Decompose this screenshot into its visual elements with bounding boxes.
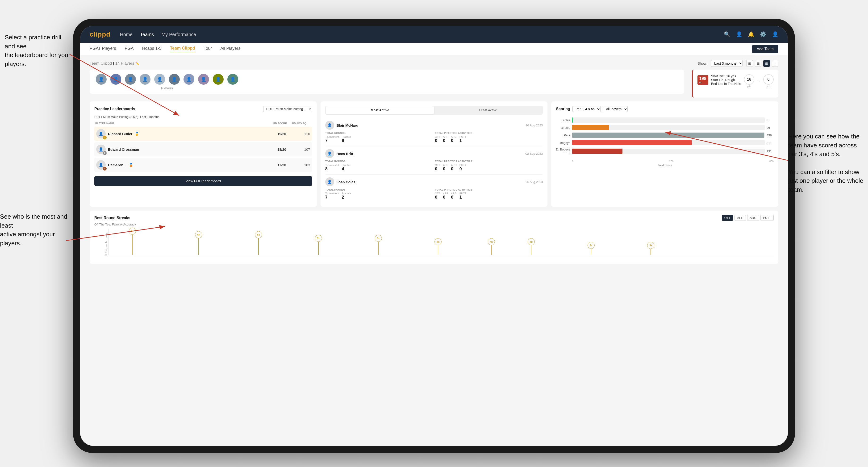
show-select[interactable]: Last 3 months Last 6 months Last year [711,60,743,67]
table-view-icon[interactable]: ↕ [772,60,778,67]
settings-icon[interactable]: ⚙️ [760,31,766,37]
card-view-icon[interactable]: ⊟ [763,60,770,67]
nav-teams[interactable]: Teams [140,32,154,37]
rank-badge-2: 2 [103,151,106,155]
ap-practice-2: Practice 4 [342,164,351,172]
streak-btn-putt[interactable]: PUTT [761,215,774,221]
bar-track-bogeys [572,140,765,145]
shot-card: 198 sc Shot Dist: 16 yds Start Lie: Roug… [692,69,778,98]
player-avatar-1[interactable]: 👤 [95,73,107,85]
tablet-frame: clippd Home Teams My Performance 🔍 👤 🔔 ⚙… [73,19,795,453]
view-full-leaderboard-button[interactable]: View Full Leaderboard [94,176,312,186]
player-avatar-6[interactable]: 👤 [168,73,180,85]
ap-app-1: APP 0 [443,135,448,143]
bar-track-eagles [572,118,765,123]
list-item: 👤 Josh Coles 26 Aug 2023 Total Rounds To… [325,175,543,203]
subnav-pga[interactable]: PGA [125,46,133,52]
player-avatar-7[interactable]: 👤 [183,73,195,85]
streak-y-axis-label: % Fairway Accuracy [105,232,107,256]
team-header: Team Clippd | 14 Players ✏️ Show: Last 3… [90,60,778,67]
ap-putt-1: PUTT 1 [460,135,466,143]
search-icon[interactable]: 🔍 [724,31,730,37]
ap-avatar-2: 👤 [325,149,334,158]
bell-icon[interactable]: 🔔 [748,31,754,37]
subnav-team-clippd[interactable]: Team Clippd [170,46,195,52]
three-col-grid: Practice Leaderboards PUTT Must Make Put… [90,101,778,207]
nav-performance[interactable]: My Performance [161,32,196,37]
nav-links: Home Teams My Performance [120,32,714,37]
player-avatar-2[interactable]: 👤 [110,73,122,85]
lb-column-headers: PLAYER NAME PB SCORE PB AVG SQ [94,122,312,125]
scoring-header: Scoring Par 3, 4 & 5s All Players [556,106,774,112]
avatar-icon[interactable]: 👤 [772,31,778,37]
scoring-player-filter[interactable]: All Players [603,106,628,112]
players-avatars: 👤 👤 👤 👤 👤 👤 👤 👤 👤 👤 [95,73,239,85]
lb-score-2: 18/20 [272,148,291,151]
lb-avatar-1: 👤 1 [96,129,106,138]
grid-view-icon[interactable]: ⊞ [746,60,753,67]
player-avatar-3[interactable]: 👤 [125,73,136,85]
lb-name-3: Cameron... [108,163,126,167]
lb-score-3: 17/20 [272,163,291,167]
subnav-tour[interactable]: Tour [204,46,212,52]
ap-stats-3: Total Rounds Tournament 7 Practice 2 [325,188,543,200]
table-row: 👤 2 Edward Crossman 18/20 107 [94,142,312,156]
ap-app-2: APP 0 [443,164,448,172]
brand-logo: clippd [90,31,111,38]
ap-stat-rounds-3: Total Rounds Tournament 7 Practice 2 [325,188,433,200]
ap-practice-values-2: OTT 0 APP 0 ARG 0 [435,164,543,172]
ap-stats-2: Total Rounds Tournament 8 Practice 4 [325,160,543,172]
lb-avatar-3: 👤 3 [96,160,106,169]
subnav-pgat[interactable]: PGAT Players [90,46,116,52]
streak-btn-ott[interactable]: OTT [722,215,733,221]
players-card: 👤 👤 👤 👤 👤 👤 👤 👤 👤 👤 Players [90,69,684,94]
ap-arg-2: ARG 0 [451,164,457,172]
person-icon[interactable]: 👤 [736,31,742,37]
ap-rounds-values-3: Tournament 7 Practice 2 [325,192,433,200]
edit-team-icon[interactable]: ✏️ [135,62,140,65]
bar-row-eagles: Eagles 3 [556,118,774,123]
bar-track-birdies [572,125,765,130]
least-active-toggle[interactable]: Least Active [434,106,542,114]
team-controls: Show: Last 3 months Last 6 months Last y… [698,60,778,67]
most-active-card: Most Active Least Active 👤 Blair McHarg … [320,101,548,207]
streak-btn-arg[interactable]: ARG [747,215,759,221]
ap-practice-values-1: OTT 0 APP 0 ARG 0 [435,135,543,143]
add-team-button[interactable]: Add Team [752,45,778,53]
player-avatar-4[interactable]: 👤 [139,73,151,85]
lb-player-1: 👤 1 Richard Butler 🥇 [96,129,272,138]
ap-avatar-3: 👤 [325,177,334,186]
streak-header: Best Round Streaks OTT APP ARG PUTT [94,215,774,221]
list-view-icon[interactable]: ☰ [755,60,762,67]
shot-num-1: 16 [744,74,754,85]
most-active-toggle[interactable]: Most Active [326,106,434,114]
subnav-all-players[interactable]: All Players [220,46,240,52]
subnav-hcaps[interactable]: Hcaps 1-5 [142,46,161,52]
ap-name-2: Rees Britt [337,152,353,156]
nav-home[interactable]: Home [120,32,132,37]
bar-label-pars: Pars [556,133,570,137]
shot-badge: 198 sc [698,75,708,85]
streak-pin: 6x [255,231,262,255]
ap-stat-rounds-1: Total Rounds Tournament 7 Practice 6 [325,132,433,143]
streak-pin: 5x [375,235,382,255]
scoring-par-filter[interactable]: Par 3, 4 & 5s [572,106,600,112]
player-avatar-5[interactable]: 👤 [154,73,165,85]
player-avatar-9[interactable]: 👤 [212,73,224,85]
drill-select[interactable]: PUTT Must Make Putting... [263,106,312,112]
player-avatar-10[interactable]: 👤 [227,73,239,85]
chart-x-labels: 0 200 400 [556,159,774,163]
lb-avatar-2: 👤 2 [96,145,106,154]
leaderboard-header: Practice Leaderboards PUTT Must Make Put… [94,106,312,112]
bar-track-pars [572,132,765,138]
player-avatar-8[interactable]: 👤 [198,73,210,85]
streak-pin: 7x [129,228,136,255]
scoring-title: Scoring [556,107,570,111]
streak-btn-app[interactable]: APP [735,215,746,221]
lb-avg-1: 110 [291,132,310,136]
ap-app-3: APP 0 [443,192,448,200]
subnav-right: Add Team [752,45,778,53]
shot-num-2: 0 [763,74,774,85]
bar-val-bogeys: 311 [767,141,774,145]
bar-val-dbogeys: 131 [767,150,774,153]
